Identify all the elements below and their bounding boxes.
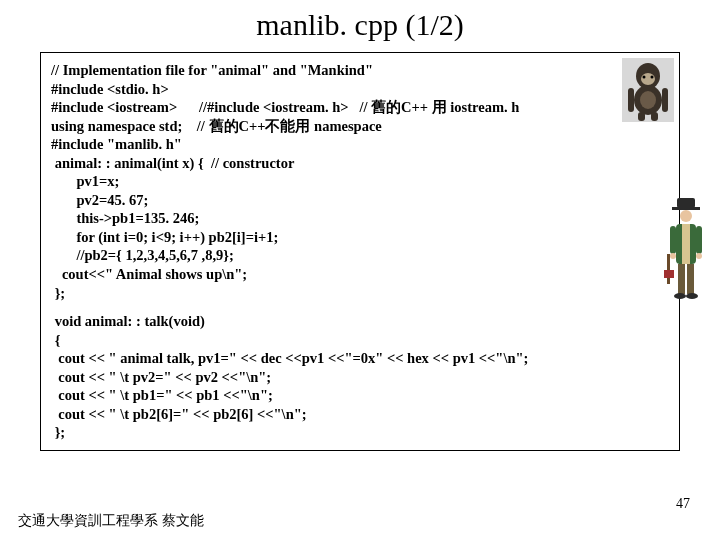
page-number: 47 (676, 496, 690, 512)
code-line: using namespace std; // 舊的C++不能用 namespa… (51, 117, 669, 136)
code-line: cout << " \t pb2[6]=" << pb2[6] <<"\n"; (51, 405, 669, 424)
code-line: pv1=x; (51, 172, 669, 191)
svg-rect-12 (672, 207, 700, 210)
code-line: #include "manlib. h" (51, 135, 669, 154)
svg-point-6 (640, 91, 656, 109)
code-line: cout << " \t pv2=" << pv2 <<"\n"; (51, 368, 669, 387)
code-line: for (int i=0; i<9; i++) pb2[i]=i+1; (51, 228, 669, 247)
svg-rect-21 (678, 264, 685, 294)
svg-rect-15 (682, 224, 690, 264)
code-line: { (51, 331, 669, 350)
svg-rect-20 (667, 254, 670, 284)
footer-text: 交通大學資訓工程學系 蔡文能 (18, 512, 204, 530)
svg-rect-25 (664, 270, 674, 278)
svg-rect-16 (670, 226, 676, 254)
svg-point-24 (686, 293, 698, 299)
svg-point-4 (651, 76, 654, 79)
svg-point-18 (670, 253, 676, 259)
svg-rect-7 (628, 88, 634, 112)
code-line: cout << " animal talk, pv1=" << dec <<pv… (51, 349, 669, 368)
code-line: //pb2={ 1,2,3,4,5,6,7 ,8,9}; (51, 246, 669, 265)
code-line: cout<<" Animal shows up\n"; (51, 265, 669, 284)
code-line: // Implementation file for "animal" and … (51, 61, 669, 80)
svg-point-19 (696, 253, 702, 259)
svg-rect-11 (677, 198, 695, 208)
svg-point-23 (674, 293, 686, 299)
code-line: #include <iostream> //#include <iostream… (51, 98, 669, 117)
code-line: cout << " \t pb1=" << pb1 <<"\n"; (51, 386, 669, 405)
code-line: }; (51, 284, 669, 303)
code-line: #include <stdio. h> (51, 80, 669, 99)
svg-rect-10 (651, 112, 658, 121)
code-line: }; (51, 423, 669, 442)
svg-point-13 (680, 210, 692, 222)
ape-image (622, 58, 674, 122)
code-line: void animal: : talk(void) (51, 312, 669, 331)
man-image (662, 196, 710, 304)
slide-title: manlib. cpp (1/2) (0, 0, 720, 52)
svg-rect-8 (662, 88, 668, 112)
svg-rect-22 (687, 264, 694, 294)
code-line: pv2=45. 67; (51, 191, 669, 210)
svg-rect-17 (696, 226, 702, 254)
code-line: animal: : animal(int x) { // constructor (51, 154, 669, 173)
code-box: // Implementation file for "animal" and … (40, 52, 680, 451)
svg-point-2 (641, 73, 655, 85)
svg-rect-9 (638, 112, 645, 121)
code-line: this->pb1=135. 246; (51, 209, 669, 228)
svg-point-3 (643, 76, 646, 79)
